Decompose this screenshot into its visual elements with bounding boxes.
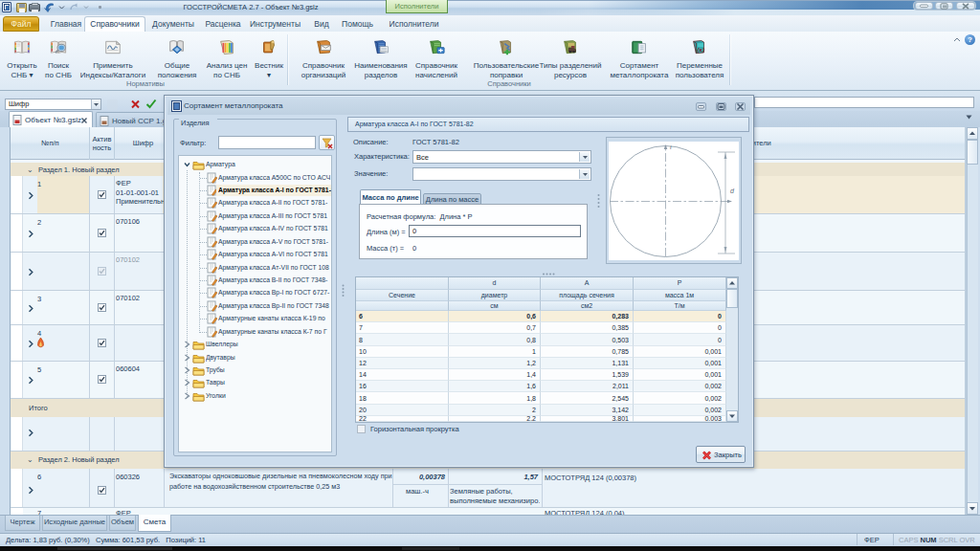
svg-text:d: d [730, 187, 735, 194]
svg-text:t: t [670, 144, 672, 150]
svg-text:(x): (x) [697, 48, 704, 53]
